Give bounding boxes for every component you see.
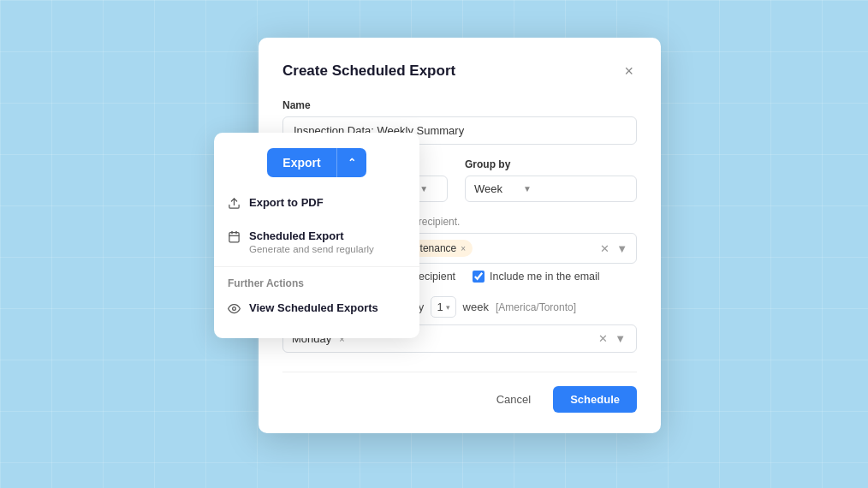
scheduled-export-subtitle: Generate and send regularly	[249, 244, 374, 254]
clear-day-button[interactable]: ✕	[597, 330, 609, 347]
menu-divider	[214, 266, 419, 267]
include-me-checkbox[interactable]: Include me in the email	[473, 271, 600, 283]
dialog-footer: Cancel Schedule	[282, 372, 637, 413]
remove-maintenance-button[interactable]: ×	[461, 244, 466, 253]
dialog-title: Create Scheduled Export	[282, 62, 455, 80]
export-button-label: Export	[267, 148, 336, 177]
name-label: Name	[282, 99, 637, 111]
schedule-button[interactable]: Schedule	[553, 386, 637, 413]
group-by-label: Group by	[465, 158, 637, 170]
group-by-group: Group by Week ▼	[465, 158, 637, 202]
clear-recipients-button[interactable]: ✕	[598, 241, 611, 257]
day-actions: ✕ ▼	[597, 330, 627, 347]
group-by-chevron-icon: ▼	[523, 184, 532, 193]
export-button[interactable]: Export ⌃	[267, 148, 366, 177]
view-scheduled-title: View Scheduled Exports	[249, 301, 378, 314]
scheduled-export-title: Scheduled Export	[249, 229, 374, 242]
view-scheduled-content: View Scheduled Exports	[249, 301, 378, 314]
recipient-actions: ✕ ▼	[598, 241, 629, 257]
dialog-header: Create Scheduled Export ×	[282, 62, 637, 80]
day-dropdown-button[interactable]: ▼	[613, 330, 627, 347]
export-dropdown-panel: Export ⌃ Export to PDF	[214, 133, 419, 338]
export-pdf-content: Export to PDF	[249, 196, 324, 209]
group-by-selected: Week	[474, 182, 502, 195]
months-chevron-icon: ▼	[419, 184, 428, 193]
view-scheduled-exports-item[interactable]: View Scheduled Exports	[214, 293, 419, 326]
export-to-pdf-item[interactable]: Export to PDF	[214, 187, 419, 221]
week-label: week	[463, 301, 489, 313]
upload-icon	[228, 197, 241, 212]
svg-rect-1	[229, 233, 239, 242]
further-actions-header: Further Actions	[214, 271, 419, 293]
every-select[interactable]: 1 ▾	[431, 296, 455, 318]
scheduled-export-content: Scheduled Export Generate and send regul…	[249, 229, 374, 254]
export-button-row: Export ⌃	[214, 140, 419, 181]
every-value: 1	[437, 301, 443, 313]
include-me-input[interactable]	[473, 271, 485, 283]
cancel-button[interactable]: Cancel	[483, 386, 544, 413]
scheduled-export-item[interactable]: Scheduled Export Generate and send regul…	[214, 221, 419, 263]
calendar-icon	[228, 230, 241, 246]
every-chevron-icon: ▾	[446, 303, 450, 312]
modal-overlay: Create Scheduled Export × Name Date Rang…	[0, 0, 868, 488]
export-pdf-title: Export to PDF	[249, 196, 324, 209]
export-chevron-up-icon: ⌃	[337, 149, 366, 176]
group-by-select[interactable]: Week ▼	[465, 176, 637, 202]
close-button[interactable]: ×	[621, 62, 637, 80]
svg-point-5	[233, 307, 236, 311]
recipient-dropdown-button[interactable]: ▼	[615, 241, 629, 257]
eye-icon	[228, 302, 241, 318]
timezone-text: [America/Toronto]	[496, 301, 576, 313]
include-me-label: Include me in the email	[490, 271, 600, 283]
